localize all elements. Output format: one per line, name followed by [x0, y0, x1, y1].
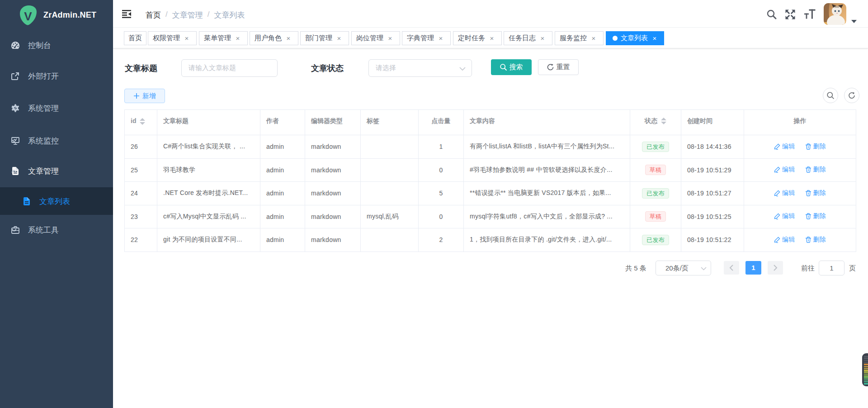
- svg-text:V: V: [24, 9, 32, 23]
